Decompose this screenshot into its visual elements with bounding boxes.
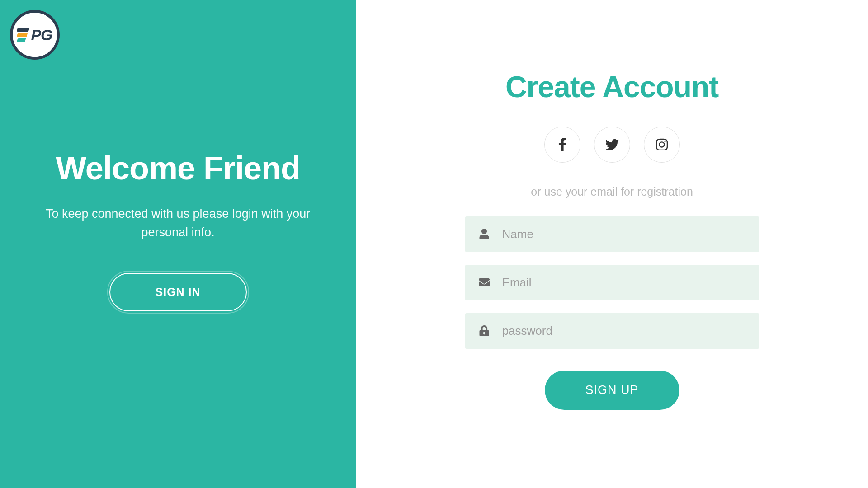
user-icon — [479, 229, 490, 239]
signin-button[interactable]: SIGN IN — [109, 273, 247, 311]
logo-inner: PG — [17, 26, 52, 44]
welcome-title: Welcome Friend — [27, 150, 329, 187]
welcome-subtitle: To keep connected with us please login w… — [27, 205, 329, 241]
lock-icon — [479, 325, 490, 336]
create-account-title: Create Account — [505, 70, 718, 104]
facebook-icon — [556, 138, 569, 151]
email-field-group — [465, 265, 759, 300]
right-panel: Create Account or use your email for reg… — [356, 0, 868, 488]
logo-stripes-icon — [17, 28, 29, 42]
logo-text: PG — [31, 26, 52, 44]
instagram-icon — [655, 138, 669, 151]
social-row — [544, 127, 680, 163]
twitter-button[interactable] — [594, 127, 630, 163]
logo: PG — [10, 10, 60, 60]
welcome-content: Welcome Friend To keep connected with us… — [0, 150, 356, 311]
or-text: or use your email for registration — [531, 185, 693, 198]
signup-button[interactable]: SIGN UP — [545, 371, 679, 410]
password-field-group — [465, 313, 759, 349]
facebook-button[interactable] — [544, 127, 580, 163]
envelope-icon — [479, 277, 490, 288]
name-field-group — [465, 216, 759, 252]
name-input[interactable] — [502, 227, 745, 241]
password-input[interactable] — [502, 324, 745, 338]
right-content: Create Account or use your email for reg… — [465, 70, 759, 410]
instagram-button[interactable] — [644, 127, 680, 163]
left-panel: PG Welcome Friend To keep connected with… — [0, 0, 356, 488]
twitter-icon — [605, 138, 619, 151]
email-input[interactable] — [502, 276, 745, 290]
